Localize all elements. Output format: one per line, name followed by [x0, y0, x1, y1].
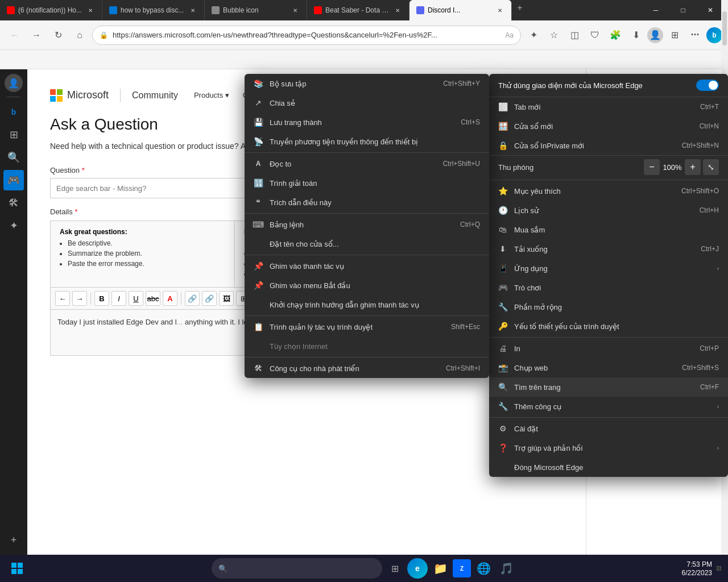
tab-2-close[interactable]: ✕	[188, 6, 197, 15]
italic-button[interactable]: I	[111, 291, 126, 306]
ctx-read-aloud[interactable]: A Đọc to Ctrl+Shift+U	[245, 154, 489, 173]
extensions-icon[interactable]: 🧩	[606, 26, 624, 44]
tab-3[interactable]: Bubble icon ✕	[205, 0, 307, 20]
tab-2[interactable]: how to bypass disc... ✕	[102, 0, 205, 20]
strikethrough-button[interactable]: abc	[146, 291, 160, 306]
menu-item-essentials[interactable]: 🔑 Yếu tố thiết yếu của trình duyệt	[489, 317, 728, 336]
settings-more-icon[interactable]: ···	[686, 26, 704, 44]
menu-item-apps[interactable]: 📱 Ứng dụng ›	[489, 259, 728, 278]
tab-4-close[interactable]: ✕	[393, 6, 402, 15]
sidebar-search-icon[interactable]: 🔍	[3, 147, 24, 168]
menu-item-favorites[interactable]: ⭐ Mục yêu thích Ctrl+Shift+O	[489, 181, 728, 201]
sidebar-apps-icon[interactable]: ⊞	[3, 124, 24, 145]
bold-button[interactable]: B	[94, 291, 109, 306]
sidebar-tools-icon[interactable]: 🛠	[3, 193, 24, 213]
notifications-icon[interactable]	[717, 566, 721, 571]
maximize-button[interactable]: □	[670, 0, 696, 20]
new-tab-button[interactable]: +	[512, 0, 528, 16]
zoom-decrease-button[interactable]: −	[644, 159, 660, 175]
ctx-name-window[interactable]: Đặt tên cho cửa sổ...	[245, 234, 489, 253]
ctx-math-solver[interactable]: 🔢 Trình giải toán	[245, 173, 489, 193]
sidebar-ai-icon[interactable]: ✦	[3, 215, 24, 236]
print-menu-icon: 🖨	[498, 344, 507, 353]
taskbar-app6-icon[interactable]: 🎵	[496, 558, 516, 579]
sidebar-add-icon[interactable]: +	[3, 530, 24, 550]
back-button[interactable]: ←	[6, 26, 24, 44]
menu-item-downloads[interactable]: ⬇ Tải xuống Ctrl+J	[489, 239, 728, 259]
sidebar-profile-icon[interactable]: 👤	[5, 74, 23, 92]
taskbar-app5-icon[interactable]: 🌐	[473, 558, 494, 579]
tab-5[interactable]: Discord I... ✕	[410, 0, 512, 20]
home-button[interactable]: ⌂	[71, 26, 89, 44]
sidebar-copilot-icon[interactable]: b	[3, 102, 24, 122]
minimize-button[interactable]: ─	[643, 0, 669, 20]
menu-item-find[interactable]: 🔍 Tìm trên trang Ctrl+F	[489, 377, 728, 397]
math-solver-ctx-icon: 🔢	[254, 178, 263, 188]
favorites-icon[interactable]: ☆	[545, 26, 563, 44]
menu-item-extensions[interactable]: 🔧 Phần mở rộng	[489, 297, 728, 317]
tab-3-close[interactable]: ✕	[291, 6, 300, 15]
menu-item-inprivate[interactable]: 🔒 Cửa sổ InPrivate mới Ctrl+Shift+N	[489, 136, 728, 155]
redo-button[interactable]: →	[72, 291, 87, 306]
menu-item-new-tab[interactable]: ⬜ Tab mới Ctrl+T	[489, 97, 728, 117]
zoom-increase-button[interactable]: +	[685, 159, 701, 175]
menu-item-settings[interactable]: ⚙ Cài đặt	[489, 419, 728, 438]
tab-5-close[interactable]: ✕	[495, 6, 504, 15]
forward-button[interactable]: →	[27, 26, 46, 44]
win-sq-blue4	[18, 569, 23, 574]
ctx-devtools[interactable]: 🛠 Công cụ cho nhà phát triển Ctrl+Shift+…	[245, 359, 489, 378]
close-edge-label: Đóng Microsoft Edge	[514, 463, 719, 472]
sidebar-toggle-icon[interactable]: ⊞	[665, 26, 684, 44]
image-button[interactable]: 🖼	[219, 291, 234, 306]
menu-item-history[interactable]: 🕐 Lịch sử Ctrl+H	[489, 201, 728, 220]
menu-item-more-tools[interactable]: 🔧 Thêm công cụ ›	[489, 397, 728, 416]
browser-essentials-icon[interactable]: 🛡	[586, 26, 604, 44]
link-button[interactable]: 🔗	[185, 291, 200, 306]
ctx-save-page[interactable]: 💾 Lưu trang thành Ctrl+S	[245, 113, 489, 132]
profile-icon[interactable]: 👤	[647, 27, 663, 43]
ctx-cite[interactable]: ❝ Trích dẫn điều này	[245, 193, 489, 212]
underline-button[interactable]: U	[129, 291, 143, 306]
sidebar-games-icon[interactable]: 🎮	[3, 170, 24, 190]
taskbar-zalo-icon[interactable]: Z	[453, 559, 471, 577]
copilot-icon[interactable]: b	[706, 27, 722, 43]
menu-item-close-edge[interactable]: Đóng Microsoft Edge	[489, 458, 728, 477]
taskbar-search[interactable]: 🔍	[212, 558, 382, 579]
menu-item-games[interactable]: 🎮 Trò chơi	[489, 278, 728, 297]
collections-icon[interactable]: ◫	[565, 26, 584, 44]
ctx-pin-taskbar[interactable]: 📌 Ghim vào thanh tác vụ	[245, 256, 489, 276]
ctx-cast[interactable]: 📡 Truyền phương tiện truyền thông đến th…	[245, 132, 489, 151]
menu-item-help[interactable]: ❓ Trợ giúp và phản hồi ›	[489, 438, 728, 458]
ctx-taskbar-wizard[interactable]: Khởi chạy trình hướng dẫn ghim thanh tác…	[245, 295, 489, 314]
close-button[interactable]: ✕	[697, 0, 723, 20]
url-bar[interactable]: 🔒 https://answers.microsoft.com/en-us/ne…	[92, 26, 521, 45]
tab-1-close[interactable]: ✕	[86, 6, 95, 15]
menu-item-print[interactable]: 🖨 In Ctrl+P	[489, 339, 728, 358]
web-capture-icon[interactable]: ✦	[524, 26, 543, 44]
start-button[interactable]	[5, 556, 30, 581]
ctx-task-manager[interactable]: 📋 Trình quản lý tác vụ trình duyệt Shift…	[245, 317, 489, 336]
products-nav[interactable]: Products ▾	[194, 91, 229, 99]
inprivate-label: Cửa sổ InPrivate mới	[514, 142, 675, 150]
menu-item-shopping[interactable]: 🛍 Mua sắm	[489, 220, 728, 239]
ctx-pin-start[interactable]: 📌 Ghim vào menu Bắt đầu	[245, 276, 489, 295]
unlink-button[interactable]: 🔗	[202, 291, 217, 306]
zoom-expand-button[interactable]: ⤡	[703, 159, 719, 175]
taskbar-edge-icon[interactable]: e	[407, 558, 428, 579]
undo-button[interactable]: ←	[55, 291, 70, 306]
downloads-icon[interactable]: ⬇	[627, 26, 645, 44]
refresh-button[interactable]: ↻	[49, 26, 67, 44]
taskbar-task-view[interactable]: ⊞	[384, 558, 405, 579]
ctx-share[interactable]: ↗ Chia sẻ	[245, 93, 489, 113]
ctx-collections[interactable]: 📚 Bộ sưu tập Ctrl+Shift+Y	[245, 74, 489, 93]
tab-1[interactable]: (6 (notification)) Ho... ✕	[0, 0, 102, 20]
ctx-command-palette[interactable]: ⌨ Bảng lệnh Ctrl+Q	[245, 215, 489, 234]
menu-item-new-window[interactable]: 🪟 Cửa sổ mới Ctrl+N	[489, 117, 728, 136]
menu-item-web-capture[interactable]: 📸 Chụp web Ctrl+Shift+S	[489, 358, 728, 377]
tab-4[interactable]: Beat Saber - Dota -... ✕	[307, 0, 410, 20]
font-color-button[interactable]: A	[163, 291, 177, 306]
find-menu-icon: 🔍	[498, 383, 507, 392]
taskbar-explorer-icon[interactable]: 📁	[430, 558, 450, 579]
edge-ui-toggle[interactable]	[696, 80, 719, 91]
win-sq-blue	[11, 563, 16, 568]
